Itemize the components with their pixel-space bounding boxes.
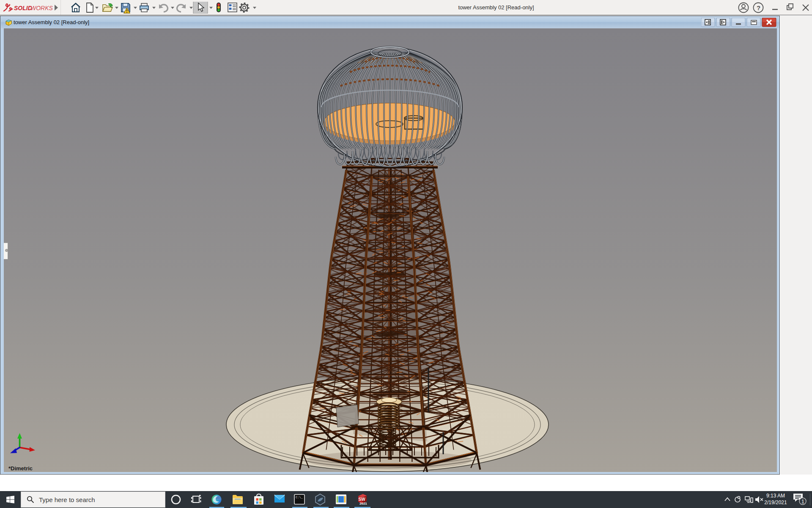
svg-text:SOLID: SOLID xyxy=(14,5,32,11)
svg-text:*Dimetric: *Dimetric xyxy=(8,465,33,472)
svg-text:1: 1 xyxy=(801,499,804,505)
svg-text:WORKS: WORKS xyxy=(30,5,53,11)
svg-text:2021: 2021 xyxy=(359,502,367,505)
svg-text:C:\_: C:\_ xyxy=(296,496,303,499)
svg-text:SW: SW xyxy=(359,497,366,502)
svg-text:?: ? xyxy=(757,4,760,11)
